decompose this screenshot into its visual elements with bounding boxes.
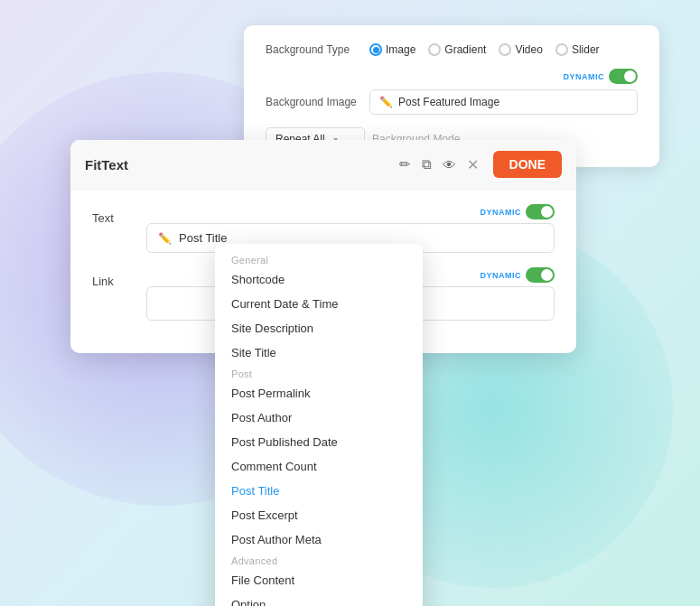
- fittext-title: FitText: [85, 157, 128, 172]
- background-type-label: Background Type: [266, 43, 369, 56]
- radio-circle-video: [499, 43, 511, 56]
- dropdown-item-site-description[interactable]: Site Description: [215, 316, 423, 340]
- bg-image-value: Post Featured Image: [398, 96, 499, 108]
- radio-circle-image: [369, 43, 382, 56]
- bg-image-label: Background Image: [266, 96, 369, 108]
- text-value: Post Title: [179, 231, 227, 245]
- close-button[interactable]: ✕: [467, 156, 479, 173]
- dropdown-item-date-time[interactable]: Current Date & Time: [215, 292, 423, 316]
- radio-gradient[interactable]: Gradient: [428, 43, 486, 56]
- dynamic-dropdown-menu: General Shortcode Current Date & Time Si…: [215, 244, 423, 606]
- done-button[interactable]: DONE: [493, 151, 562, 178]
- text-dynamic-label: DYNAMIC: [481, 208, 522, 217]
- dropdown-item-post-author[interactable]: Post Author: [215, 406, 423, 430]
- bg-dynamic-label: DYNAMIC: [564, 72, 605, 81]
- advanced-section-label: Advanced: [215, 550, 294, 569]
- dropdown-item-post-published-date[interactable]: Post Published Date: [215, 430, 423, 454]
- radio-slider[interactable]: Slider: [555, 43, 600, 56]
- pen-icon[interactable]: ✏: [399, 156, 411, 172]
- dropdown-item-post-author-meta[interactable]: Post Author Meta: [215, 527, 423, 552]
- radio-label-gradient: Gradient: [444, 43, 486, 56]
- copy-icon[interactable]: ⧉: [422, 156, 432, 172]
- link-dynamic-toggle[interactable]: [526, 267, 555, 283]
- radio-label-image: Image: [386, 43, 415, 56]
- fittext-header: FitText ✏ ⧉ 👁 ✕ DONE: [70, 140, 576, 190]
- text-toggle-thumb: [541, 206, 553, 218]
- dropdown-item-file-content[interactable]: File Content: [215, 568, 423, 592]
- background-image-section: DYNAMIC Background Image ✏️ Post Feature…: [266, 69, 638, 151]
- post-section-label: Post: [215, 363, 268, 382]
- link-dynamic-label: DYNAMIC: [481, 271, 522, 280]
- dropdown-item-shortcode[interactable]: Shortcode: [215, 267, 423, 292]
- radio-label-slider: Slider: [572, 43, 600, 56]
- dropdown-item-site-title[interactable]: Site Title: [215, 340, 423, 365]
- text-label: Text: [92, 204, 146, 225]
- link-toggle-thumb: [541, 269, 553, 281]
- bg-dynamic-toggle[interactable]: [609, 69, 638, 84]
- radio-video[interactable]: Video: [499, 43, 542, 56]
- background-type-row: Background Type Image Gradient Video Sli…: [266, 43, 638, 56]
- dropdown-item-post-excerpt[interactable]: Post Excerpt: [215, 503, 423, 527]
- link-label: Link: [92, 267, 146, 288]
- radio-circle-slider: [555, 43, 568, 56]
- bg-toggle-thumb: [624, 70, 636, 82]
- text-dynamic-row: DYNAMIC: [146, 204, 555, 219]
- dropdown-item-post-permalink[interactable]: Post Permalink: [215, 381, 423, 406]
- text-dynamic-toggle[interactable]: [526, 204, 555, 219]
- eye-icon[interactable]: 👁: [443, 157, 456, 172]
- radio-circle-gradient: [428, 43, 441, 56]
- text-pencil-icon: ✏️: [158, 232, 172, 245]
- bg-image-input[interactable]: ✏️ Post Featured Image: [369, 89, 638, 115]
- radio-label-video: Video: [515, 43, 542, 56]
- bg-dynamic-row: DYNAMIC: [266, 69, 638, 84]
- dropdown-item-comment-count[interactable]: Comment Count: [215, 454, 423, 479]
- radio-image[interactable]: Image: [369, 43, 415, 56]
- general-section-label: General: [215, 249, 285, 268]
- dropdown-item-option[interactable]: Option: [215, 592, 423, 606]
- bg-image-row: Background Image ✏️ Post Featured Image: [266, 89, 638, 115]
- background-type-options: Image Gradient Video Slider: [369, 43, 600, 56]
- dropdown-item-post-title[interactable]: Post Title: [215, 479, 423, 503]
- pencil-icon: ✏️: [379, 96, 393, 108]
